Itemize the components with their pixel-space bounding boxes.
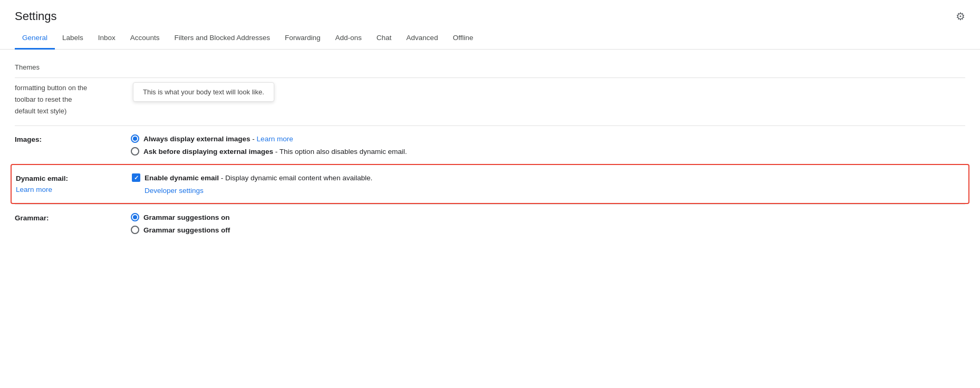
- grammar-option-on: Grammar suggestions on: [131, 213, 965, 221]
- nav-tabs: General Labels Inbox Accounts Filters an…: [0, 28, 980, 50]
- text-prefix-2: toolbar to reset the: [15, 94, 131, 105]
- tab-inbox[interactable]: Inbox: [91, 28, 123, 50]
- images-always-text: Always display external images - Learn m…: [143, 135, 293, 143]
- dynamic-email-checkbox[interactable]: [132, 173, 140, 182]
- preview-area: This is what your body text will look li…: [131, 82, 274, 108]
- images-ask-text: Ask before displaying external images - …: [143, 148, 407, 156]
- tab-chat[interactable]: Chat: [369, 28, 399, 50]
- images-ask-strong: Ask before displaying external images: [143, 148, 273, 156]
- text-style-label: formatting button on the toolbar to rese…: [15, 82, 131, 117]
- tab-addons[interactable]: Add-ons: [328, 28, 369, 50]
- grammar-options: Grammar suggestions on Grammar suggestio…: [131, 213, 965, 234]
- tab-advanced[interactable]: Advanced: [399, 28, 445, 50]
- dynamic-email-enable-strong: Enable dynamic email: [145, 174, 219, 182]
- grammar-radio-off[interactable]: [131, 226, 139, 234]
- dynamic-email-learn-more[interactable]: Learn more: [16, 186, 132, 193]
- tab-accounts[interactable]: Accounts: [123, 28, 167, 50]
- dynamic-email-text: Enable dynamic email - Display dynamic e…: [145, 174, 372, 182]
- images-label: Images:: [15, 134, 131, 143]
- grammar-row: Grammar: Grammar suggestions on Grammar …: [15, 204, 965, 242]
- dynamic-email-label-text: Dynamic email:: [16, 174, 68, 182]
- dynamic-email-content: Enable dynamic email - Display dynamic e…: [132, 173, 964, 195]
- grammar-option-off: Grammar suggestions off: [131, 226, 965, 234]
- grammar-on-text: Grammar suggestions on: [143, 214, 230, 221]
- images-option-ask: Ask before displaying external images - …: [131, 147, 965, 156]
- grammar-radio-on[interactable]: [131, 213, 139, 221]
- developer-settings-link[interactable]: Developer settings: [145, 187, 204, 195]
- page-title: Settings: [15, 9, 57, 23]
- grammar-off-strong: Grammar suggestions off: [143, 226, 230, 234]
- tab-forwarding[interactable]: Forwarding: [277, 28, 328, 50]
- dynamic-email-label: Dynamic email: Learn more: [16, 173, 132, 193]
- text-prefix-3: default text style): [15, 105, 131, 117]
- images-radio-always[interactable]: [131, 134, 139, 143]
- images-learn-more-link[interactable]: Learn more: [257, 135, 293, 143]
- images-row: Images: Always display external images -…: [15, 125, 965, 164]
- tab-general[interactable]: General: [15, 28, 55, 50]
- grammar-on-strong: Grammar suggestions on: [143, 214, 230, 221]
- dynamic-email-enable-suffix: - Display dynamic email content when ava…: [219, 174, 372, 182]
- tab-labels[interactable]: Labels: [55, 28, 91, 50]
- grammar-off-text: Grammar suggestions off: [143, 226, 230, 234]
- settings-content: Themes formatting button on the toolbar …: [0, 50, 980, 242]
- images-always-strong: Always display external images: [143, 135, 251, 143]
- preview-box: This is what your body text will look li…: [133, 82, 274, 102]
- dynamic-email-option: Enable dynamic email - Display dynamic e…: [132, 173, 964, 182]
- tab-offline[interactable]: Offline: [445, 28, 481, 50]
- images-options: Always display external images - Learn m…: [131, 134, 965, 156]
- tab-filters[interactable]: Filters and Blocked Addresses: [167, 28, 277, 50]
- images-option-always: Always display external images - Learn m…: [131, 134, 965, 143]
- themes-label: Themes: [15, 59, 965, 77]
- developer-settings-area: Developer settings: [145, 186, 964, 195]
- header: Settings ⚙: [0, 0, 980, 23]
- gear-icon[interactable]: ⚙: [956, 10, 965, 23]
- grammar-label: Grammar:: [15, 213, 131, 222]
- dynamic-email-row: Dynamic email: Learn more Enable dynamic…: [11, 164, 969, 204]
- images-radio-ask[interactable]: [131, 147, 139, 156]
- text-style-row: formatting button on the toolbar to rese…: [15, 77, 965, 125]
- text-prefix-1: formatting button on the: [15, 82, 131, 94]
